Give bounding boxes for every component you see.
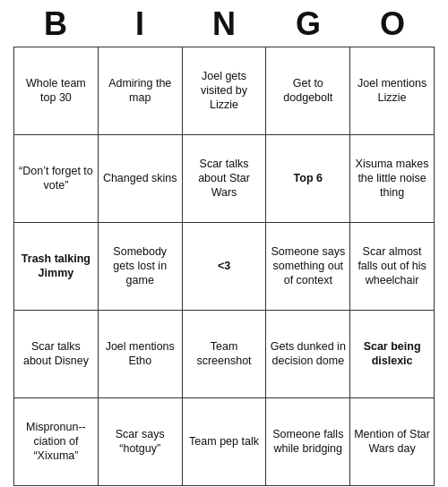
cell-r3-c2: Team screenshot [182,310,266,397]
cell-r4-c0: Mispronun-­ciation of “Xixuma” [14,397,99,485]
cell-r1-c0: “Don’t forget to vote” [14,134,99,222]
cell-r4-c3: Someone falls while bridging [266,397,350,485]
cell-r3-c0: Scar talks about Disney [14,310,99,397]
cell-r0-c4: Joel mentions Lizzie [350,47,435,134]
cell-r0-c0: Whole team top 30 [14,47,99,134]
cell-r3-c1: Joel mentions Etho [98,310,182,397]
cell-r1-c4: Xisuma makes the little noise thing [350,134,435,222]
cell-r4-c4: Mention of Star Wars day [350,397,435,485]
bingo-letter-n: N [185,5,263,43]
bingo-letter-g: G [269,5,348,43]
cell-r0-c1: Admiring the map [98,47,182,134]
cell-r2-c3: Someone says something out of context [266,222,350,310]
cell-r2-c2: <3 [182,222,266,310]
cell-r2-c0: Trash talking Jimmy [14,222,99,310]
cell-r1-c2: Scar talks about Star Wars [182,134,266,222]
cell-r0-c3: Get to dodgebolt [266,47,350,134]
cell-r0-c2: Joel gets visited by Lizzie [182,47,266,134]
cell-r2-c4: Scar almost falls out of his wheelchair [350,222,435,310]
cell-r1-c3: Top 6 [266,134,350,222]
bingo-letter-o: O [353,5,432,43]
cell-r4-c2: Team pep talk [182,397,266,485]
cell-r3-c4: Scar being dislexic [350,310,435,397]
bingo-letter-b: B [16,5,95,43]
bingo-title: BINGO [13,0,435,47]
cell-r4-c1: Scar says “hotguy” [98,397,182,485]
bingo-letter-i: I [100,5,179,43]
cell-r3-c3: Gets dunked in decision dome [266,310,350,397]
cell-r1-c1: Changed skins [98,134,182,222]
bingo-grid: Whole team top 30Admiring the mapJoel ge… [13,47,435,486]
cell-r2-c1: Somebody gets lost in game [98,222,182,310]
